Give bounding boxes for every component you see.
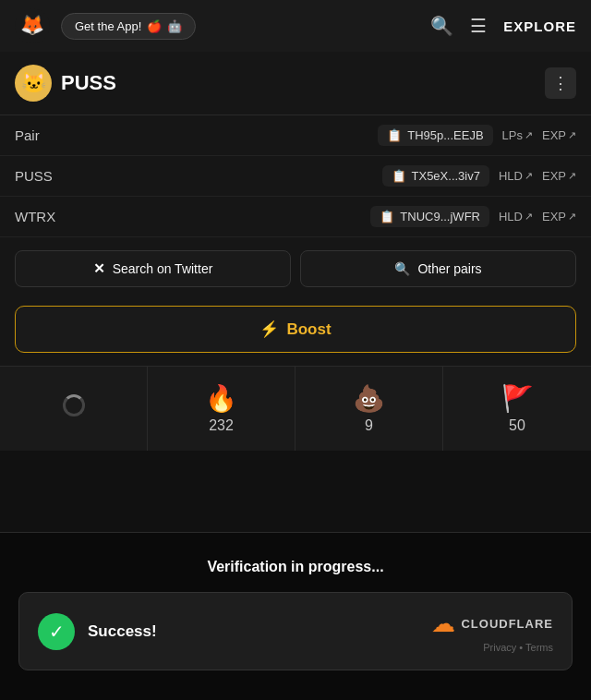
- exp-link-pair[interactable]: EXP ↗: [542, 128, 576, 142]
- success-card: ✓ Success! ☁ CLOUDFLARE Privacy • Terms: [18, 592, 573, 670]
- success-text: Success!: [88, 622, 157, 641]
- info-table: Pair 📋 TH95p...EEJB LPs ↗ EXP ↗ PUSS 📋 T…: [0, 115, 591, 237]
- row-label: PUSS: [15, 168, 53, 184]
- twitter-x-icon: ✕: [93, 260, 105, 277]
- cloudflare-branding: ☁ CLOUDFLARE Privacy • Terms: [431, 609, 553, 653]
- twitter-button-label: Search on Twitter: [113, 261, 213, 276]
- svg-text:🦊: 🦊: [20, 13, 45, 37]
- cloudflare-cloud-icon: ☁: [431, 609, 455, 638]
- row-label: WTRX: [15, 209, 55, 224]
- flag-count: 50: [509, 417, 525, 434]
- explore-label: EXPLORE: [503, 18, 576, 34]
- pairs-button-label: Other pairs: [417, 261, 481, 276]
- external-icon: ↗: [568, 211, 576, 223]
- exp-link-wtrx[interactable]: EXP ↗: [542, 210, 576, 223]
- address-badge[interactable]: 📋 TX5eX...3iv7: [382, 165, 489, 187]
- table-row: PUSS 📋 TX5eX...3iv7 HLD ↗ EXP ↗: [0, 156, 591, 197]
- address-text: TH95p...EEJB: [407, 128, 483, 142]
- other-pairs-button[interactable]: 🔍 Other pairs: [300, 250, 576, 287]
- stat-fire: 🔥 232: [148, 367, 296, 451]
- stat-poop: 💩 9: [296, 367, 443, 451]
- get-app-label: Get the App!: [75, 19, 141, 33]
- stats-row: 🔥 232 💩 9 🚩 50: [0, 366, 591, 451]
- terms-link[interactable]: Terms: [525, 642, 553, 653]
- loading-spinner: [63, 394, 85, 416]
- token-name: PUSS: [61, 71, 116, 95]
- top-nav: 🦊 Get the App! 🍎 🤖 🔍 ☰ EXPLORE: [0, 0, 591, 52]
- cloudflare-label: CLOUDFLARE: [461, 617, 553, 631]
- fire-count: 232: [209, 417, 234, 434]
- more-button[interactable]: ⋮: [545, 67, 576, 99]
- action-buttons: ✕ Search on Twitter 🔍 Other pairs: [0, 237, 591, 300]
- external-icon: ↗: [525, 170, 533, 182]
- success-check-icon: ✓: [38, 613, 75, 650]
- external-icon: ↗: [525, 211, 533, 223]
- table-row: WTRX 📋 TNUC9...jWFR HLD ↗ EXP ↗: [0, 197, 591, 237]
- exp-link-puss[interactable]: EXP ↗: [542, 169, 576, 183]
- boost-icon: ⚡: [259, 320, 279, 339]
- address-badge[interactable]: 📋 TH95p...EEJB: [378, 125, 492, 146]
- more-icon: ⋮: [552, 73, 569, 93]
- external-icon: ↗: [568, 129, 576, 141]
- copy-icon: 📋: [392, 169, 406, 183]
- search-icon[interactable]: 🔍: [430, 15, 453, 37]
- search-pairs-icon: 🔍: [394, 261, 410, 276]
- address-text: TX5eX...3iv7: [412, 169, 480, 183]
- poop-icon: 💩: [353, 383, 385, 414]
- row-label: Pair: [15, 127, 40, 143]
- verification-title: Verification in progress...: [18, 559, 573, 575]
- fire-icon: 🔥: [205, 383, 237, 414]
- apple-icon: 🍎: [147, 19, 162, 33]
- cloudflare-links: Privacy • Terms: [483, 642, 553, 653]
- lps-link[interactable]: LPs ↗: [502, 128, 533, 142]
- verification-overlay: Verification in progress... ✓ Success! ☁…: [0, 532, 591, 700]
- token-avatar: 🐱: [15, 65, 52, 102]
- copy-icon: 📋: [387, 128, 402, 142]
- boost-section: ⚡ Boost: [0, 300, 591, 366]
- boost-label: Boost: [286, 320, 331, 339]
- address-badge[interactable]: 📋 TNUC9...jWFR: [370, 206, 489, 227]
- hld-link-wtrx[interactable]: HLD ↗: [499, 210, 533, 223]
- table-row: Pair 📋 TH95p...EEJB LPs ↗ EXP ↗: [0, 115, 591, 156]
- stat-flag: 🚩 50: [443, 367, 591, 451]
- android-icon: 🤖: [167, 19, 182, 33]
- external-icon: ↗: [525, 129, 533, 141]
- address-text: TNUC9...jWFR: [400, 210, 480, 223]
- privacy-link[interactable]: Privacy: [483, 642, 516, 653]
- poop-count: 9: [365, 417, 373, 434]
- brand-logo: 🦊: [15, 8, 50, 43]
- get-app-button[interactable]: Get the App! 🍎 🤖: [61, 13, 196, 40]
- boost-button[interactable]: ⚡ Boost: [15, 306, 576, 353]
- external-icon: ↗: [568, 170, 576, 182]
- flag-icon: 🚩: [501, 383, 534, 414]
- copy-icon: 📋: [380, 210, 394, 223]
- token-header: 🐱 PUSS ⋮: [0, 52, 591, 115]
- search-twitter-button[interactable]: ✕ Search on Twitter: [15, 250, 291, 287]
- stat-loading: [0, 367, 148, 451]
- menu-icon[interactable]: ☰: [470, 15, 487, 37]
- hld-link-puss[interactable]: HLD ↗: [499, 169, 533, 183]
